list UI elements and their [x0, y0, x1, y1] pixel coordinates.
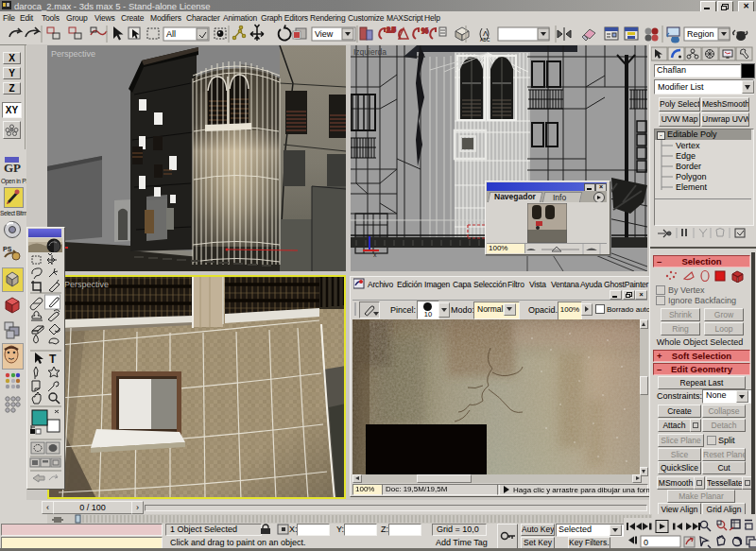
- svg-text:2.5: 2.5: [387, 26, 396, 33]
- svg-text:Edge: Edge: [676, 151, 696, 161]
- svg-text:Element: Element: [676, 182, 708, 192]
- svg-text:Perspective: Perspective: [51, 49, 95, 59]
- svg-text:Region: Region: [687, 29, 714, 39]
- svg-text:Perspective: Perspective: [64, 280, 109, 289]
- svg-text:0: 0: [644, 538, 648, 547]
- svg-text:T: T: [49, 353, 57, 366]
- svg-text:PS: PS: [3, 246, 12, 252]
- svg-text:%: %: [421, 26, 428, 35]
- svg-text:GP: GP: [4, 161, 21, 174]
- svg-text:Polygon: Polygon: [676, 172, 707, 181]
- svg-text:View: View: [315, 29, 334, 39]
- svg-text:x: x: [373, 251, 377, 258]
- svg-text:All: All: [166, 29, 176, 39]
- svg-text:ABC: ABC: [480, 37, 490, 43]
- svg-text:Izquierda: Izquierda: [353, 47, 387, 57]
- svg-text:Border: Border: [676, 162, 701, 171]
- svg-text:Vertex: Vertex: [676, 141, 700, 150]
